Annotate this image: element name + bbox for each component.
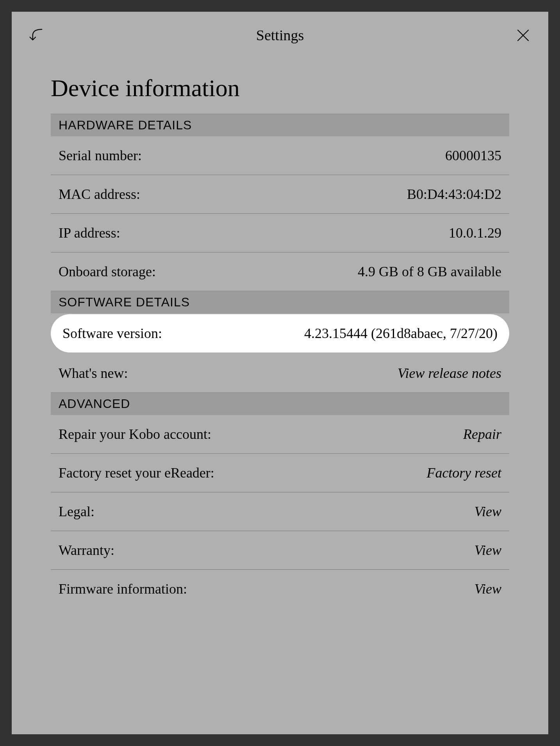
factory-action[interactable]: Factory reset — [426, 465, 501, 481]
section-header-advanced: ADVANCED — [51, 392, 509, 415]
legal-action[interactable]: View — [474, 503, 501, 520]
section-header-hardware: HARDWARE DETAILS — [51, 114, 509, 136]
legal-label: Legal: — [59, 503, 95, 520]
close-icon[interactable] — [513, 25, 533, 45]
mac-label: MAC address: — [59, 186, 140, 202]
software-version-label: Software version: — [62, 325, 162, 342]
repair-action[interactable]: Repair — [463, 426, 501, 442]
row-software-version: Software version: 4.23.15444 (261d8abaec… — [51, 314, 509, 352]
row-whats-new[interactable]: What's new: View release notes — [51, 354, 509, 392]
page-title: Device information — [51, 74, 509, 102]
whatsnew-label: What's new: — [59, 365, 128, 381]
back-icon[interactable] — [27, 25, 47, 45]
content-area: Device information HARDWARE DETAILS Seri… — [12, 59, 548, 608]
row-firmware-info[interactable]: Firmware information: View — [51, 570, 509, 608]
row-ip-address: IP address: 10.0.1.29 — [51, 214, 509, 252]
storage-label: Onboard storage: — [59, 263, 156, 280]
ip-label: IP address: — [59, 225, 120, 241]
row-repair-account[interactable]: Repair your Kobo account: Repair — [51, 415, 509, 454]
row-legal[interactable]: Legal: View — [51, 492, 509, 531]
factory-label: Factory reset your eReader: — [59, 465, 214, 481]
warranty-label: Warranty: — [59, 542, 114, 558]
mac-value: B0:D4:43:04:D2 — [407, 186, 501, 202]
ip-value: 10.0.1.29 — [449, 225, 501, 241]
row-onboard-storage: Onboard storage: 4.9 GB of 8 GB availabl… — [51, 252, 509, 291]
software-version-value: 4.23.15444 (261d8abaec, 7/27/20) — [304, 325, 498, 342]
row-serial-number: Serial number: 60000135 — [51, 136, 509, 175]
repair-label: Repair your Kobo account: — [59, 426, 211, 442]
header-bar: Settings — [12, 12, 548, 59]
firmware-label: Firmware information: — [59, 581, 187, 597]
section-header-software: SOFTWARE DETAILS — [51, 291, 509, 313]
warranty-action[interactable]: View — [474, 542, 501, 558]
serial-value: 60000135 — [445, 147, 501, 164]
firmware-action[interactable]: View — [474, 581, 501, 597]
row-mac-address: MAC address: B0:D4:43:04:D2 — [51, 175, 509, 214]
settings-screen: Settings Device information HARDWARE DET… — [12, 12, 548, 734]
row-factory-reset[interactable]: Factory reset your eReader: Factory rese… — [51, 454, 509, 492]
storage-value: 4.9 GB of 8 GB available — [358, 263, 501, 280]
serial-label: Serial number: — [59, 147, 142, 164]
header-title: Settings — [256, 27, 304, 44]
whatsnew-action[interactable]: View release notes — [398, 365, 501, 381]
row-warranty[interactable]: Warranty: View — [51, 531, 509, 570]
